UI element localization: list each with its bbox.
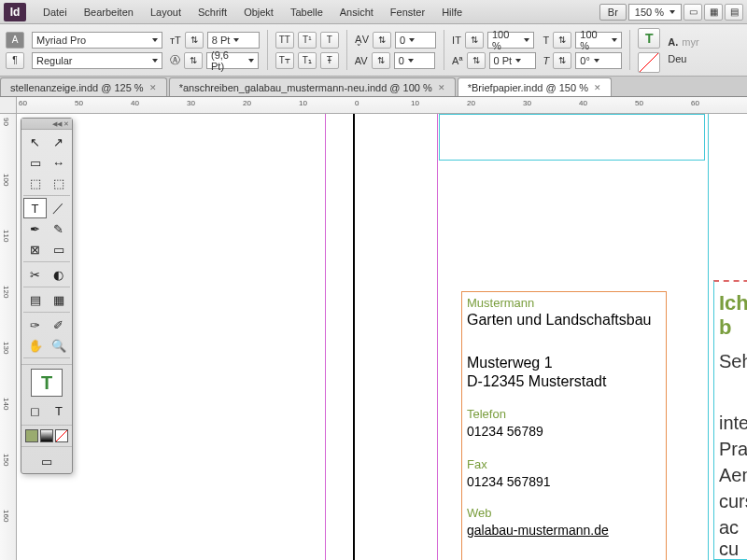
skew-icon: T [543,55,550,66]
menu-datei[interactable]: Datei [35,3,75,21]
doc-tab-1[interactable]: stellenanzeige.indd @ 125 %✕ [0,77,167,96]
menu-bearbeiten[interactable]: Bearbeiten [77,3,141,21]
chevron-down-icon [409,38,415,42]
note-tool[interactable]: ✑ [23,315,47,335]
menu-tabelle[interactable]: Tabelle [283,3,331,21]
text-frame[interactable] [439,114,705,161]
web-value: galabau-mustermann.de [467,523,609,538]
margin-guide [325,114,326,560]
gradient-swatch[interactable]: ▤ [23,289,47,310]
menu-objekt[interactable]: Objekt [236,3,281,21]
hscale-stepper[interactable]: ⇅ [553,32,571,49]
char-format-button[interactable]: A [6,32,24,49]
vscale-stepper[interactable]: ⇅ [465,32,484,49]
menu-schrift[interactable]: Schrift [190,3,234,21]
menu-layout[interactable]: Layout [143,3,189,21]
vscale-select[interactable]: 100 % [487,32,534,49]
strike-button[interactable]: Ŧ [320,52,339,69]
baseline-stepper[interactable]: ⇅ [467,52,486,69]
eyedropper-tool[interactable]: ✐ [47,315,70,335]
leading-stepper[interactable]: ⇅ [184,52,203,69]
skew-stepper[interactable]: ⇅ [553,52,571,69]
apply-gradient-swatch[interactable] [40,429,53,442]
page-tool[interactable]: ▭ [23,152,47,173]
content-placer[interactable]: ⬚ [47,173,70,193]
doc-tab-3[interactable]: *Briefpapier.indd @ 150 %✕ [458,77,612,96]
ruler-origin[interactable] [0,97,17,114]
close-icon[interactable]: ✕ [438,83,445,92]
view-mode-button[interactable]: ▭ [35,451,59,471]
type-tool[interactable]: T [23,198,47,218]
screen-mode-button[interactable]: ▭ [684,4,702,21]
panel-header[interactable]: ◀◀ ✕ [21,119,72,130]
transform-tool[interactable]: ◐ [47,264,70,285]
menu-hilfe[interactable]: Hilfe [434,3,470,21]
baseline-icon: Aª [452,55,462,66]
app-logo: Id [4,3,26,21]
hscale-icon: T [543,35,550,46]
ruler-tick: 60 [19,99,27,107]
tools-panel[interactable]: ◀◀ ✕ ↖↗▭↔⬚⬚T／✒✎⊠▭✂◐▤▦✑✐✋🔍 T ◻ T ▭ [21,118,73,474]
direct-select-tool[interactable]: ↗ [47,132,70,152]
format-text-button[interactable]: T [48,400,70,421]
kerning-stepper[interactable]: ⇅ [373,32,391,49]
gradient-feather[interactable]: ▦ [47,289,70,310]
zoom-tool[interactable]: 🔍 [47,335,70,356]
ruler-tick: 150 [2,454,10,466]
menu-ansicht[interactable]: Ansicht [332,3,381,21]
font-family-select[interactable]: Myriad Pro [32,32,162,49]
rectangle-tool[interactable]: ▭ [47,239,70,259]
superscript-button[interactable]: T¹ [298,32,317,49]
gap-tool[interactable]: ↔ [47,152,70,173]
apply-color-swatch[interactable] [25,429,38,442]
chevron-down-icon [612,38,617,42]
body-text: inte [719,413,747,434]
tracking-stepper[interactable]: ⇅ [372,52,390,69]
body-text: Prae [719,439,747,460]
allcaps-button[interactable]: TT [275,32,294,49]
leading-select[interactable]: (9,6 Pt) [206,52,259,69]
rectangle-frame[interactable]: ⊠ [23,239,47,259]
para-format-button[interactable]: ¶ [6,52,24,69]
pencil-tool[interactable]: ✎ [47,218,70,239]
smallcaps-button[interactable]: Tᴛ [275,52,294,69]
page-edge [353,114,355,560]
hscale-select[interactable]: 100 % [575,32,622,49]
font-size-select[interactable]: 8 Pt [207,32,260,49]
ruler-tick: 130 [2,342,10,354]
body-text: Sehr [719,351,747,372]
stroke-swatch-button[interactable] [638,52,660,73]
pen-tool[interactable]: ✒ [23,218,47,239]
baseline-select[interactable]: 0 Pt [489,52,536,69]
arrange-button[interactable]: ▦ [704,4,723,21]
chevron-down-icon [524,38,529,42]
fill-stroke-proxy[interactable]: T [31,369,63,397]
ruler-vertical[interactable]: 90 100 110 120 130 140 150 160 [0,114,17,560]
underline-button[interactable]: T [320,32,339,49]
scissors-tool[interactable]: ✂ [23,264,47,285]
doc-tab-2[interactable]: *anschreiben_galabau_mustermann-neu.indd… [169,77,456,96]
content-collector[interactable]: ⬚ [23,173,47,193]
hand-tool[interactable]: ✋ [23,335,47,356]
kerning-select[interactable]: 0 [395,32,436,49]
zoom-select[interactable]: 150 % [628,4,682,21]
subscript-button[interactable]: T₁ [298,52,317,69]
canvas[interactable]: Mustermann Garten und Landschaftsbau Mus… [17,114,747,560]
tracking-select[interactable]: 0 [394,52,435,69]
close-icon[interactable]: ✕ [149,83,157,92]
font-style-select[interactable]: Regular [32,52,162,69]
view-options-button[interactable]: ▤ [725,4,743,21]
close-icon[interactable]: ✕ [594,83,601,92]
menu-fenster[interactable]: Fenster [383,3,432,21]
company-subtitle: Garten und Landschaftsbau [467,312,651,329]
fill-text-button[interactable]: T [638,28,660,49]
apply-none-swatch[interactable] [55,429,68,442]
line-tool[interactable]: ／ [47,198,70,218]
format-container-button[interactable]: ◻ [23,400,46,421]
ruler-horizontal[interactable]: 60 50 40 30 20 10 0 10 20 30 40 50 60 [17,97,747,114]
vscale-value: 100 % [492,29,520,51]
selection-tool[interactable]: ↖ [23,132,47,152]
size-stepper[interactable]: ⇅ [185,32,204,49]
skew-select[interactable]: 0° [575,52,622,69]
bridge-button[interactable]: Br [599,4,627,21]
